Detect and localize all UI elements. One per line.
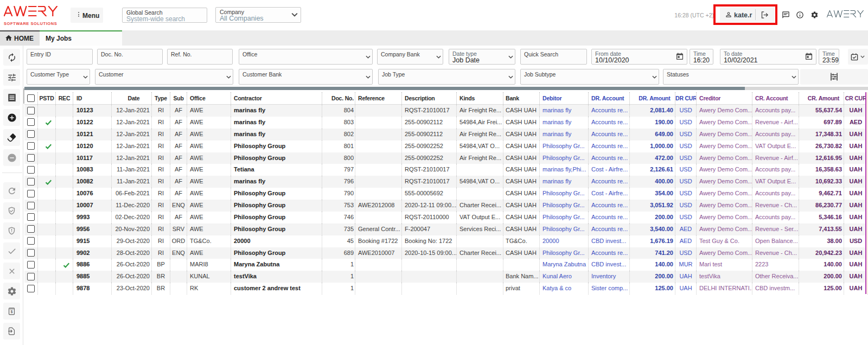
svg-text:$: $ bbox=[11, 310, 13, 314]
